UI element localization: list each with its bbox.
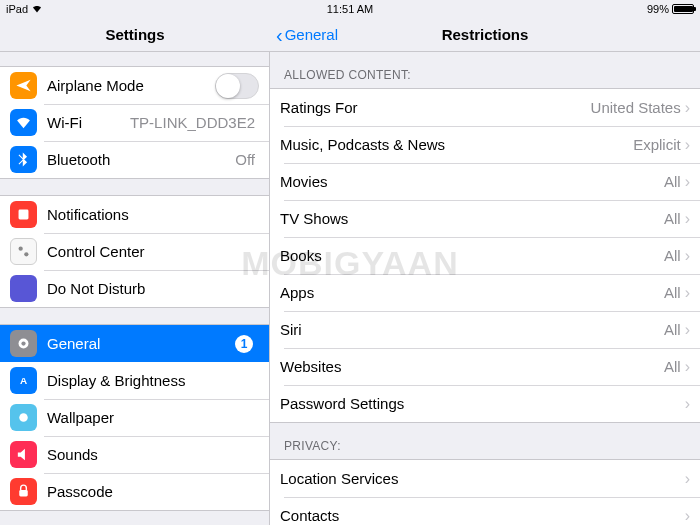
- general-badge: 1: [235, 335, 253, 353]
- device-label: iPad: [6, 3, 28, 15]
- back-button[interactable]: ‹ General: [276, 18, 338, 52]
- privacy-header: PRIVACY:: [270, 423, 700, 459]
- row-ratings-for[interactable]: Ratings ForUnited States›: [270, 89, 700, 126]
- general-label: General: [47, 335, 235, 352]
- svg-rect-0: [19, 210, 29, 220]
- sidebar-item-notifications[interactable]: Notifications: [0, 196, 269, 233]
- allowed-content-header: ALLOWED CONTENT:: [270, 52, 700, 88]
- row-siri[interactable]: SiriAll›: [270, 311, 700, 348]
- sidebar-item-sounds[interactable]: Sounds: [0, 436, 269, 473]
- chevron-right-icon: ›: [685, 470, 690, 488]
- lock-icon: [10, 478, 37, 505]
- status-bar: iPad 11:51 AM 99%: [0, 0, 700, 18]
- dnd-label: Do Not Disturb: [47, 280, 259, 297]
- airplane-switch[interactable]: [215, 73, 259, 99]
- wifi-label: Wi-Fi: [47, 114, 130, 131]
- airplane-label: Airplane Mode: [47, 77, 215, 94]
- gear-icon: [10, 330, 37, 357]
- chevron-left-icon: ‹: [276, 25, 283, 45]
- row-tv[interactable]: TV ShowsAll›: [270, 200, 700, 237]
- control-center-icon: [10, 238, 37, 265]
- sidebar-item-control-center[interactable]: Control Center: [0, 233, 269, 270]
- wifi-status-icon: [31, 2, 43, 16]
- chevron-right-icon: ›: [685, 136, 690, 154]
- sidebar-item-airplane[interactable]: Airplane Mode: [0, 67, 269, 104]
- sidebar-item-wallpaper[interactable]: Wallpaper: [0, 399, 269, 436]
- chevron-right-icon: ›: [685, 358, 690, 376]
- svg-point-1: [19, 247, 23, 251]
- bluetooth-value: Off: [235, 151, 255, 168]
- wallpaper-icon: [10, 404, 37, 431]
- chevron-right-icon: ›: [685, 173, 690, 191]
- sidebar-item-general[interactable]: General 1: [0, 325, 269, 362]
- sidebar-item-passcode[interactable]: Passcode: [0, 473, 269, 510]
- row-websites[interactable]: WebsitesAll›: [270, 348, 700, 385]
- svg-point-4: [21, 341, 25, 345]
- svg-rect-7: [19, 490, 28, 496]
- sidebar-item-dnd[interactable]: Do Not Disturb: [0, 270, 269, 307]
- chevron-right-icon: ›: [685, 321, 690, 339]
- clock: 11:51 AM: [6, 3, 694, 15]
- row-books[interactable]: BooksAll›: [270, 237, 700, 274]
- notifications-icon: [10, 201, 37, 228]
- wallpaper-label: Wallpaper: [47, 409, 259, 426]
- row-contacts[interactable]: Contacts›: [270, 497, 700, 525]
- control-center-label: Control Center: [47, 243, 259, 260]
- row-password-settings[interactable]: Password Settings›: [270, 385, 700, 422]
- bluetooth-label: Bluetooth: [47, 151, 235, 168]
- sidebar-item-bluetooth[interactable]: Bluetooth Off: [0, 141, 269, 178]
- sidebar: Airplane Mode Wi-Fi TP-LINK_DDD3E2 Bluet…: [0, 52, 270, 525]
- chevron-right-icon: ›: [685, 507, 690, 525]
- row-music[interactable]: Music, Podcasts & NewsExplicit›: [270, 126, 700, 163]
- chevron-right-icon: ›: [685, 395, 690, 413]
- svg-text:A: A: [20, 375, 27, 386]
- passcode-label: Passcode: [47, 483, 259, 500]
- bluetooth-icon: [10, 146, 37, 173]
- row-apps[interactable]: AppsAll›: [270, 274, 700, 311]
- chevron-right-icon: ›: [685, 210, 690, 228]
- wifi-icon: [10, 109, 37, 136]
- svg-point-2: [24, 252, 28, 256]
- back-label: General: [285, 18, 338, 52]
- chevron-right-icon: ›: [685, 247, 690, 265]
- sidebar-item-display[interactable]: A Display & Brightness: [0, 362, 269, 399]
- airplane-icon: [10, 72, 37, 99]
- sidebar-item-wifi[interactable]: Wi-Fi TP-LINK_DDD3E2: [0, 104, 269, 141]
- sidebar-title: Settings: [0, 18, 270, 51]
- moon-icon: [10, 275, 37, 302]
- chevron-right-icon: ›: [685, 284, 690, 302]
- wifi-value: TP-LINK_DDD3E2: [130, 114, 255, 131]
- detail-pane: ALLOWED CONTENT: Ratings ForUnited State…: [270, 52, 700, 525]
- display-icon: A: [10, 367, 37, 394]
- display-label: Display & Brightness: [47, 372, 259, 389]
- chevron-right-icon: ›: [685, 99, 690, 117]
- battery-percent: 99%: [647, 3, 669, 15]
- row-movies[interactable]: MoviesAll›: [270, 163, 700, 200]
- battery-icon: [672, 4, 694, 14]
- sounds-label: Sounds: [47, 446, 259, 463]
- header-bar: Settings ‹ General Restrictions: [0, 18, 700, 52]
- row-location-services[interactable]: Location Services›: [270, 460, 700, 497]
- svg-point-6: [19, 413, 28, 422]
- sounds-icon: [10, 441, 37, 468]
- notifications-label: Notifications: [47, 206, 259, 223]
